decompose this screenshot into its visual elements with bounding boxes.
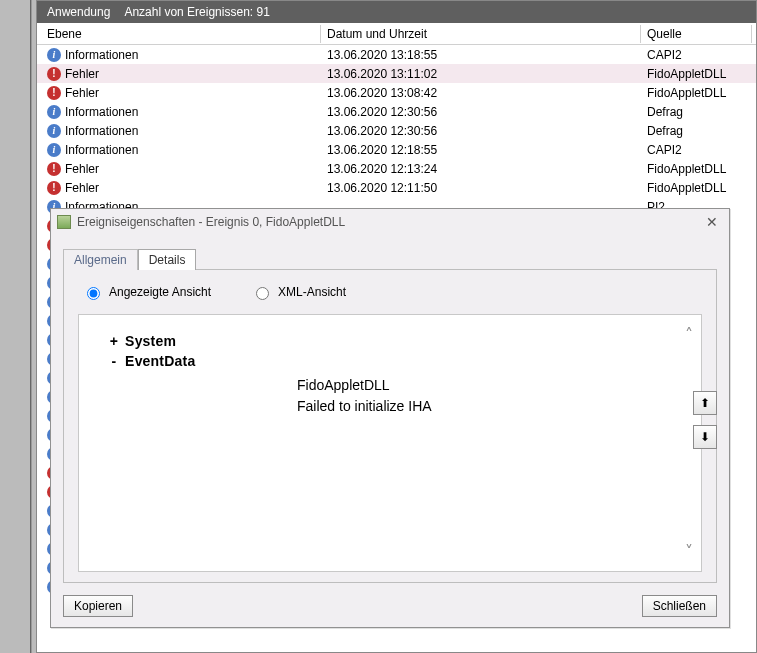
log-name: Anwendung <box>47 5 110 19</box>
tab-details[interactable]: Details <box>138 249 197 270</box>
scroll-down-icon[interactable]: ˅ <box>685 542 693 561</box>
details-tabpanel: Angezeigte Ansicht XML-Ansicht + System … <box>63 269 717 583</box>
tree-node-system[interactable]: + System <box>107 333 673 349</box>
cell-source: CAPI2 <box>641 143 752 157</box>
table-row[interactable]: Informationen13.06.2020 13:18:55CAPI2 <box>37 45 756 64</box>
tree-node-eventdata-label: EventData <box>125 353 195 369</box>
collapse-icon[interactable]: - <box>107 353 121 369</box>
event-data-text: FidoAppletDLL Failed to initialize IHA <box>297 375 673 417</box>
cell-level: Informationen <box>41 48 321 62</box>
radio-xml-input[interactable] <box>256 287 269 300</box>
cell-level-text: Informationen <box>65 48 138 62</box>
cell-level-text: Fehler <box>65 86 99 100</box>
table-row[interactable]: Fehler13.06.2020 13:11:02FidoAppletDLL <box>37 64 756 83</box>
cell-level: Informationen <box>41 143 321 157</box>
event-nav-buttons: ⬆ ⬇ <box>693 391 717 449</box>
table-row[interactable]: Fehler13.06.2020 12:13:24FidoAppletDLL <box>37 159 756 178</box>
close-icon[interactable]: ✕ <box>701 213 723 231</box>
prev-event-button[interactable]: ⬆ <box>693 391 717 415</box>
radio-xml-view[interactable]: XML-Ansicht <box>251 284 346 300</box>
radio-friendly-view[interactable]: Angezeigte Ansicht <box>82 284 211 300</box>
radio-friendly-label: Angezeigte Ansicht <box>109 285 211 299</box>
error-icon <box>47 181 61 195</box>
table-row[interactable]: Fehler13.06.2020 12:11:50FidoAppletDLL <box>37 178 756 197</box>
dialog-tabs: Allgemein Details <box>63 247 717 269</box>
tab-general[interactable]: Allgemein <box>63 249 138 270</box>
cell-source: FidoAppletDLL <box>641 67 752 81</box>
cell-level-text: Informationen <box>65 143 138 157</box>
arrow-up-icon: ⬆ <box>700 396 710 410</box>
info-icon <box>47 105 61 119</box>
col-header-level[interactable]: Ebene <box>41 25 321 43</box>
cell-level: Fehler <box>41 181 321 195</box>
cell-level-text: Fehler <box>65 162 99 176</box>
cell-source: FidoAppletDLL <box>641 162 752 176</box>
error-icon <box>47 86 61 100</box>
table-row[interactable]: Informationen13.06.2020 12:30:56Defrag <box>37 102 756 121</box>
expand-icon[interactable]: + <box>107 333 121 349</box>
next-event-button[interactable]: ⬇ <box>693 425 717 449</box>
cell-date: 13.06.2020 12:13:24 <box>321 162 641 176</box>
cell-date: 13.06.2020 12:18:55 <box>321 143 641 157</box>
dialog-footer: Kopieren Schließen <box>63 595 717 617</box>
cell-date: 13.06.2020 12:11:50 <box>321 181 641 195</box>
scroll-up-icon[interactable]: ˄ <box>685 325 693 344</box>
cell-level: Fehler <box>41 67 321 81</box>
dialog-title: Ereigniseigenschaften - Ereignis 0, Fido… <box>77 215 345 229</box>
cell-date: 13.06.2020 13:08:42 <box>321 86 641 100</box>
event-data-line-1: FidoAppletDLL <box>297 375 673 396</box>
event-count: Anzahl von Ereignissen: 91 <box>124 5 269 19</box>
details-view-radios: Angezeigte Ansicht XML-Ansicht <box>78 282 702 302</box>
dialog-app-icon <box>57 215 71 229</box>
cell-source: FidoAppletDLL <box>641 86 752 100</box>
cell-date: 13.06.2020 12:30:56 <box>321 124 641 138</box>
cell-level: Informationen <box>41 124 321 138</box>
tree-node-system-label: System <box>125 333 176 349</box>
info-icon <box>47 48 61 62</box>
cell-source: CAPI2 <box>641 48 752 62</box>
cell-source: Defrag <box>641 124 752 138</box>
cell-date: 13.06.2020 12:30:56 <box>321 105 641 119</box>
close-button[interactable]: Schließen <box>642 595 717 617</box>
dialog-titlebar[interactable]: Ereigniseigenschaften - Ereignis 0, Fido… <box>51 209 729 235</box>
table-row[interactable]: Fehler13.06.2020 13:08:42FidoAppletDLL <box>37 83 756 102</box>
table-row[interactable]: Informationen13.06.2020 12:30:56Defrag <box>37 121 756 140</box>
table-row[interactable]: Informationen13.06.2020 12:18:55CAPI2 <box>37 140 756 159</box>
event-properties-dialog: Ereigniseigenschaften - Ereignis 0, Fido… <box>50 208 730 628</box>
radio-friendly-input[interactable] <box>87 287 100 300</box>
info-icon <box>47 124 61 138</box>
cell-level-text: Fehler <box>65 67 99 81</box>
cell-level-text: Informationen <box>65 105 138 119</box>
cell-level: Fehler <box>41 162 321 176</box>
col-header-source[interactable]: Quelle <box>641 25 752 43</box>
error-icon <box>47 67 61 81</box>
error-icon <box>47 162 61 176</box>
copy-button[interactable]: Kopieren <box>63 595 133 617</box>
cell-date: 13.06.2020 13:18:55 <box>321 48 641 62</box>
cell-level: Informationen <box>41 105 321 119</box>
arrow-down-icon: ⬇ <box>700 430 710 444</box>
cell-source: FidoAppletDLL <box>641 181 752 195</box>
left-rule <box>30 0 32 653</box>
cell-level-text: Informationen <box>65 124 138 138</box>
cell-date: 13.06.2020 13:11:02 <box>321 67 641 81</box>
cell-source: Defrag <box>641 105 752 119</box>
event-data-line-2: Failed to initialize IHA <box>297 396 673 417</box>
event-details-box: + System - EventData FidoAppletDLL Faile… <box>78 314 702 572</box>
radio-xml-label: XML-Ansicht <box>278 285 346 299</box>
info-icon <box>47 143 61 157</box>
tree-node-eventdata[interactable]: - EventData <box>107 353 673 369</box>
cell-level-text: Fehler <box>65 181 99 195</box>
col-header-date[interactable]: Datum und Uhrzeit <box>321 25 641 43</box>
events-table-header: Ebene Datum und Uhrzeit Quelle <box>37 23 756 45</box>
cell-level: Fehler <box>41 86 321 100</box>
viewer-toolbar: Anwendung Anzahl von Ereignissen: 91 <box>37 1 756 23</box>
